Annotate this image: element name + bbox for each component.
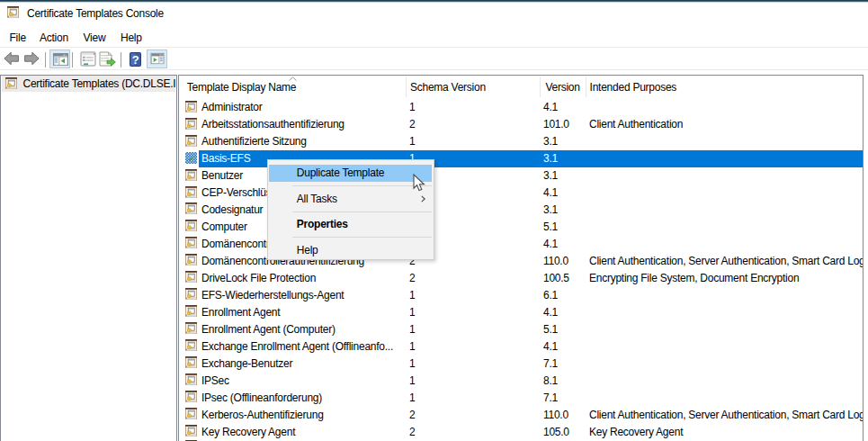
svg-text:?: ? [132,53,139,67]
